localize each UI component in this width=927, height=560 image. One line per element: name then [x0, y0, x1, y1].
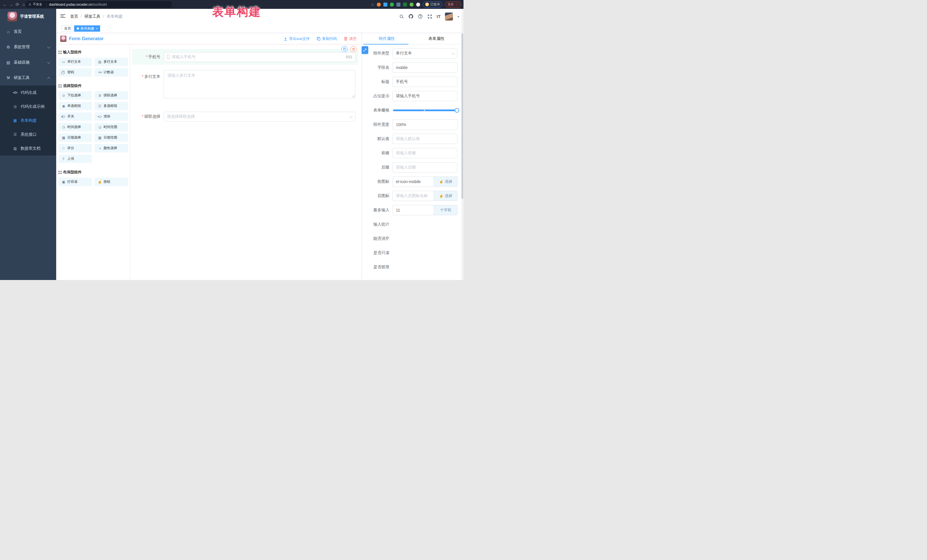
sidebar-item-label: 研发工具	[14, 75, 30, 80]
component-width-input[interactable]: 100%	[392, 120, 457, 130]
slider-handle[interactable]	[454, 108, 459, 112]
sidebar-item-devtools[interactable]: ⚒ 研发工具	[0, 70, 56, 85]
github-icon[interactable]	[409, 14, 413, 19]
sidebar-item-system-api[interactable]: ☰ 系统接口	[0, 127, 56, 141]
form-canvas[interactable]: *手机号 请输入手机号 0/11 *多行文本 请输入多行文本 *级联选择	[130, 44, 362, 280]
palette-item-upload[interactable]: ⇧上传	[58, 155, 92, 163]
sidebar-item-home[interactable]: ⌂ 首页	[0, 24, 56, 39]
chrome-update-button[interactable]: 更新 ⋮	[445, 2, 461, 8]
form-grid-slider[interactable]	[393, 109, 457, 111]
sidebar-item-infra[interactable]: ▤ 基础设施	[0, 55, 56, 70]
browser-menu-icon[interactable]: ⋮	[455, 3, 459, 6]
palette-item-radio-group[interactable]: ◉单选框组	[58, 102, 92, 110]
placeholder-input[interactable]: 请输入手机号	[392, 91, 457, 101]
canvas-field-textarea[interactable]: *多行文本 请输入多行文本	[132, 70, 358, 99]
title-input[interactable]: 手机号	[392, 77, 457, 87]
tab-form-props[interactable]: 表单属性	[412, 33, 461, 44]
prefix-input[interactable]: 请输入前缀	[392, 148, 457, 158]
palette-item-color-picker[interactable]: ◑颜色选择	[95, 144, 128, 152]
canvas-field-cascader[interactable]: *级联选择 请选择级联选择	[132, 112, 358, 121]
palette-item-cascader[interactable]: ≣级联选择	[95, 91, 128, 100]
close-tag-icon[interactable]: ×	[96, 27, 97, 30]
fullscreen-icon[interactable]	[427, 14, 432, 19]
address-bar[interactable]: ⚠ 不安全 | dashboard.yudao.iocoder.cn/tool/…	[25, 1, 172, 8]
palette-item-time-range[interactable]: ◶时间范围	[95, 123, 128, 131]
browser-back-icon[interactable]: ←	[2, 2, 8, 7]
help-icon[interactable]	[418, 14, 423, 19]
palette-item-single-text[interactable]: ▭单行文本	[58, 58, 92, 66]
browser-forward-icon[interactable]: →	[8, 2, 14, 7]
choose-prefix-icon-button[interactable]: ☝选择	[434, 177, 457, 187]
scrollbar-thumb[interactable]	[462, 33, 463, 199]
tag-form-builder[interactable]: 表单构建 ×	[74, 25, 100, 32]
choose-suffix-icon-button[interactable]: ☝选择	[434, 191, 457, 201]
clock-range-icon: ◶	[97, 126, 102, 129]
palette-item-button[interactable]: ☝按钮	[95, 178, 128, 186]
default-value-input[interactable]: 请输入默认值	[392, 134, 457, 144]
palette-item-rate[interactable]: ☆评分	[58, 144, 92, 152]
sliders-icon: ☰	[12, 132, 18, 137]
canvas-field-phone-selected[interactable]: *手机号 请输入手机号 0/11	[132, 49, 358, 65]
form-grid-icon: ▦	[12, 118, 18, 123]
extension-icon[interactable]	[390, 3, 394, 6]
palette-item-textarea[interactable]: ▤多行文本	[95, 58, 128, 66]
textarea-input[interactable]: 请输入多行文本	[164, 70, 356, 99]
tag-home[interactable]: 首页	[62, 25, 74, 32]
data-binding-button[interactable]	[362, 46, 368, 54]
duplicate-field-button[interactable]	[342, 46, 348, 52]
browser-reload-icon[interactable]: ⟳	[14, 2, 21, 7]
sidebar-item-codegen-demo[interactable]: ◎ 代码生成示例	[0, 100, 56, 114]
extension-icon[interactable]	[410, 3, 413, 6]
breadcrumb-home[interactable]: 首页	[70, 14, 78, 19]
export-vue-button[interactable]: 导出vue文件	[284, 36, 310, 41]
palette-item-select[interactable]: ⊙下拉选择	[58, 91, 92, 100]
url-host: dashboard.yudao.iocoder.cn	[49, 3, 92, 6]
breadcrumb-devtools[interactable]: 研发工具	[84, 14, 100, 19]
user-avatar[interactable]	[445, 12, 453, 21]
delete-field-button[interactable]	[350, 46, 357, 52]
palette-item-switch[interactable]: 开关	[58, 112, 92, 121]
sidebar-item-form-builder[interactable]: ▦ 表单构建	[0, 114, 56, 127]
page-scrollbar[interactable]	[461, 9, 464, 280]
clear-button[interactable]: 清空	[344, 36, 357, 41]
maxlength-input[interactable]: 11 个字符	[392, 205, 457, 215]
palette-item-password[interactable]: 密码	[58, 68, 92, 76]
resize-handle-icon[interactable]	[352, 95, 354, 97]
sidebar-item-db-doc[interactable]: ▥ 数据库文档	[0, 141, 56, 155]
sidebar-item-codegen[interactable]: </> 代码生成	[0, 85, 56, 100]
tab-component-props[interactable]: 组件属性	[362, 33, 412, 44]
prop-row-disabled: 是否禁用	[362, 262, 461, 272]
palette-item-time-picker[interactable]: ◷时间选择	[58, 123, 92, 131]
component-type-select[interactable]: 单行文本	[392, 48, 457, 58]
sidebar-item-system[interactable]: ⚙ 系统管理	[0, 39, 56, 55]
palette-item-slider[interactable]: 滑块	[95, 112, 128, 121]
suffix-icon-input[interactable]: 请输入后图标名称 ☝选择	[392, 191, 457, 201]
search-icon[interactable]	[399, 14, 404, 19]
copy-code-button[interactable]: 复制代码	[317, 36, 337, 41]
prop-row-prefix: 前缀 请输入前缀	[362, 148, 461, 158]
app-logo-row[interactable]: 芋道管理系统	[0, 9, 56, 24]
sidebar-collapse-icon[interactable]	[61, 14, 65, 18]
sidebar: 芋道管理系统 ⌂ 首页 ⚙ 系统管理 ▤ 基础设施 ⚒ 研发工具 </> 代码生…	[0, 9, 56, 280]
palette-item-date-range[interactable]: ▦日期范围	[95, 134, 128, 142]
extension-icon[interactable]	[377, 3, 381, 6]
profile-paused-badge[interactable]: 已暂停	[423, 2, 442, 8]
cascader-select[interactable]: 请选择级联选择	[164, 112, 356, 121]
phone-input[interactable]: 请输入手机号 0/11	[164, 52, 356, 62]
field-name-input[interactable]: mobile	[392, 62, 457, 73]
prefix-icon-input[interactable]: el-icon-mobile ☝选择	[392, 176, 457, 187]
palette-item-checkbox-group[interactable]: ☑多选框组	[95, 102, 128, 110]
extension-on-icon[interactable]	[403, 3, 407, 6]
link-icon	[363, 48, 367, 52]
palette-item-row-container[interactable]: ▣行容器	[58, 178, 92, 186]
user-menu-caret-icon[interactable]	[457, 16, 459, 18]
bookmark-star-icon[interactable]: ☆	[371, 2, 374, 7]
suffix-input[interactable]: 请输入后缀	[392, 162, 457, 173]
palette-item-counter[interactable]: 123计数器	[95, 68, 128, 76]
font-size-icon[interactable]: tT	[437, 14, 441, 19]
palette-item-date-picker[interactable]: ▦日期选择	[58, 134, 92, 142]
extension-icon[interactable]	[397, 3, 400, 6]
extension-icon[interactable]	[383, 3, 388, 6]
field-label: *多行文本	[132, 70, 164, 99]
extensions-puzzle-icon[interactable]	[416, 3, 420, 6]
